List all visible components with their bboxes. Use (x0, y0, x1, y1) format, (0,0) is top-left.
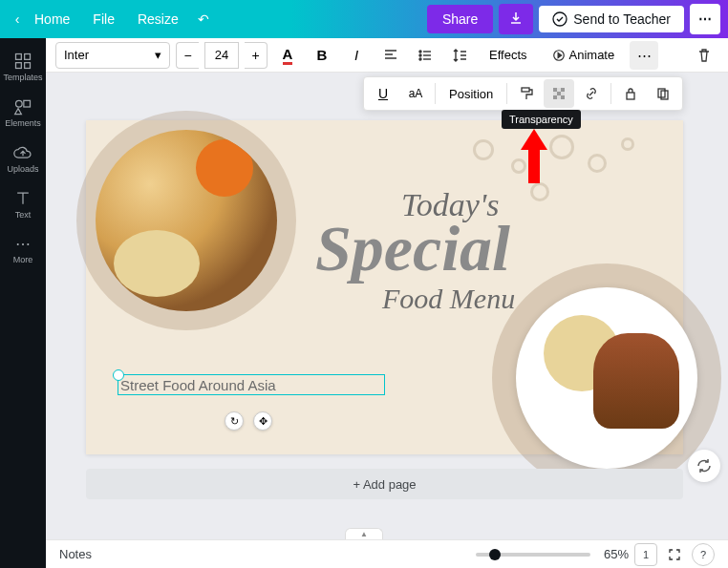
copy-button[interactable] (648, 79, 678, 108)
header-nav: Home File Resize (34, 11, 179, 27)
check-circle-icon (552, 11, 567, 27)
sidebar-item-label: Elements (5, 118, 41, 128)
svg-point-7 (419, 51, 421, 53)
align-left-icon (383, 48, 398, 63)
svg-rect-19 (561, 95, 565, 99)
lock-icon (623, 86, 638, 101)
spacing-button[interactable] (445, 41, 474, 70)
more-icon: ⋯ (15, 235, 31, 253)
share-button[interactable]: Share (427, 5, 493, 33)
add-page-button[interactable]: + Add page (86, 469, 683, 499)
transparency-button[interactable] (544, 79, 574, 108)
sidebar-item-more[interactable]: ⋯ More (0, 229, 46, 270)
design-page[interactable]: Today's Special Food Menu Street Food Ar… (86, 120, 683, 454)
svg-rect-1 (16, 54, 22, 60)
align-button[interactable] (376, 41, 405, 70)
transparency-icon (551, 86, 567, 101)
app-header: ‹ Home File Resize ↶ Share Send to Teach… (0, 0, 728, 38)
trash-icon (696, 48, 712, 63)
bold-button[interactable]: B (308, 41, 336, 70)
list-button[interactable] (411, 41, 439, 70)
nav-resize[interactable]: Resize (138, 11, 179, 27)
effects-button[interactable]: Effects (480, 41, 537, 70)
sync-icon (696, 457, 713, 474)
animate-icon (552, 49, 566, 62)
animate-button[interactable]: Animate (543, 41, 625, 70)
heading-special[interactable]: Special (315, 211, 510, 286)
spacing-icon (452, 48, 467, 63)
page-indicator[interactable]: 1 (634, 543, 657, 566)
font-size-decrease[interactable]: − (176, 42, 199, 69)
nav-file[interactable]: File (93, 11, 115, 27)
nav-home[interactable]: Home (34, 11, 70, 27)
lock-button[interactable] (615, 79, 646, 108)
paint-roller-icon (519, 86, 534, 101)
download-button[interactable] (499, 4, 533, 34)
font-name: Inter (64, 48, 89, 62)
sidebar-item-label: Text (15, 210, 32, 220)
tooltip: Transparency (502, 110, 581, 129)
svg-point-9 (419, 58, 421, 60)
svg-rect-14 (522, 88, 529, 92)
delete-button[interactable] (690, 41, 718, 70)
zoom-thumb[interactable] (489, 549, 501, 560)
underline-button[interactable]: U (368, 79, 398, 108)
svg-rect-22 (561, 92, 565, 95)
zoom-slider[interactable] (476, 553, 590, 557)
animate-label: Animate (569, 48, 615, 62)
sidebar-item-text[interactable]: Text (0, 183, 46, 225)
undo-button[interactable]: ↶ (198, 11, 209, 27)
uppercase-button[interactable]: aA (400, 79, 431, 108)
sidebar-item-elements[interactable]: Elements (0, 92, 46, 134)
zoom-value[interactable]: 65% (604, 547, 629, 561)
elements-icon (13, 97, 32, 116)
svg-rect-18 (553, 95, 557, 99)
selected-text-box[interactable]: Street Food Around Asia (118, 374, 385, 395)
canvas-area[interactable]: Today's Special Food Menu Street Food Ar… (46, 73, 728, 539)
element-handles: ↻ ✥ (225, 411, 272, 431)
header-more-button[interactable]: ⋯ (690, 4, 720, 34)
food-image-1[interactable] (96, 130, 277, 311)
toolbar-more-button[interactable]: ⋯ (630, 41, 658, 70)
templates-icon (13, 52, 32, 71)
uploads-icon (13, 143, 32, 162)
sidebar-item-label: Templates (3, 73, 42, 82)
footer-bar: Notes 65% 1 ? (46, 539, 728, 568)
text-color-button[interactable]: A (273, 41, 302, 70)
heading-foodmenu[interactable]: Food Menu (382, 283, 515, 315)
sync-button[interactable] (688, 450, 720, 482)
sidebar-item-uploads[interactable]: Uploads (0, 137, 46, 179)
fullscreen-icon (668, 548, 681, 561)
svg-rect-23 (557, 95, 561, 99)
font-family-select[interactable]: Inter ▾ (55, 42, 170, 69)
svg-rect-6 (24, 100, 31, 107)
send-label: Send to Teacher (573, 11, 671, 27)
back-button[interactable]: ‹ (8, 11, 27, 27)
send-to-teacher-button[interactable]: Send to Teacher (539, 6, 684, 32)
italic-button[interactable]: I (342, 41, 371, 70)
link-button[interactable] (576, 79, 607, 108)
position-button[interactable]: Position (439, 87, 503, 101)
font-size-increase[interactable]: + (245, 42, 268, 69)
move-handle[interactable]: ✥ (253, 411, 272, 431)
sidebar-item-label: More (13, 255, 33, 264)
svg-rect-15 (553, 88, 557, 92)
copy-icon (655, 86, 671, 101)
font-size-value[interactable]: 24 (204, 42, 239, 69)
chevron-down-icon: ▾ (155, 48, 161, 62)
notes-button[interactable]: Notes (59, 547, 92, 561)
sidebar-item-templates[interactable]: Templates (0, 46, 46, 88)
rotate-handle[interactable]: ↻ (225, 411, 244, 431)
svg-rect-2 (25, 54, 31, 60)
download-icon (508, 11, 524, 27)
left-sidebar: Templates Elements Uploads Text ⋯ More (0, 38, 46, 568)
format-painter-button[interactable] (511, 79, 542, 108)
svg-rect-21 (553, 92, 557, 95)
food-image-2[interactable] (516, 287, 697, 469)
collapse-handle[interactable]: ▲ (345, 528, 383, 539)
text-toolbar: Inter ▾ − 24 + A B I Effects Animate ⋯ (46, 38, 728, 73)
fullscreen-button[interactable] (663, 543, 686, 566)
list-icon (418, 48, 433, 63)
annotation-arrow (521, 129, 547, 183)
help-button[interactable]: ? (692, 543, 715, 566)
